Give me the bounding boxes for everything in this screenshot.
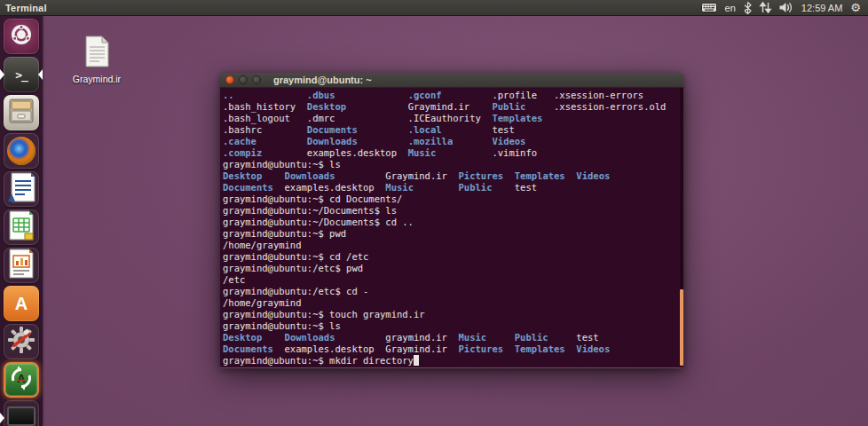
terminal-line: .bash_logout .dmrc .ICEauthority Templat… xyxy=(223,113,683,124)
terminal-line: Desktop Downloads graymind.ir Music Publ… xyxy=(223,332,683,343)
terminal-line: graymind@ubuntu:~$ ls xyxy=(223,320,683,332)
terminal-line: graymind@ubuntu:~$ cd /etc xyxy=(223,251,683,263)
software-center-icon: A xyxy=(15,294,28,314)
keyboard-layout-label[interactable]: en xyxy=(725,3,736,13)
launcher-item-dash-home[interactable] xyxy=(4,19,39,54)
text-file-icon xyxy=(83,55,110,70)
terminal-scrollbar-thumb[interactable] xyxy=(680,289,683,367)
terminal-line: Desktop Downloads Graymind.ir Pictures T… xyxy=(223,170,683,182)
terminal-body[interactable]: .. .dbus .gconf .profile .xsession-error… xyxy=(220,88,683,367)
terminal-line: Documents examples.desktop Graymind.ir P… xyxy=(223,343,683,355)
session-gear-icon[interactable]: ⚙ xyxy=(850,2,861,13)
launcher-item-libreoffice-calc[interactable] xyxy=(4,209,39,245)
terminal-line: /etc xyxy=(223,274,683,286)
close-button[interactable] xyxy=(225,75,234,84)
launcher-item-terminal[interactable]: >_ xyxy=(4,57,39,92)
focused-indicator-arrow xyxy=(38,69,43,80)
terminal-titlebar[interactable]: graymind@ubuntu: ~ xyxy=(220,73,683,88)
terminal-line: .cache Downloads .mozilla Videos xyxy=(223,136,683,147)
terminal-line: graymind@ubuntu:/etc$ pwd xyxy=(223,263,683,274)
running-indicator-arrow xyxy=(0,69,4,80)
terminal-prompt-icon: >_ xyxy=(15,68,28,82)
launcher-item-libreoffice-impress[interactable] xyxy=(4,248,39,283)
launcher-item-software-center[interactable]: A xyxy=(4,286,39,321)
volume-icon[interactable] xyxy=(779,2,793,13)
launcher-item-libreoffice-writer[interactable] xyxy=(4,171,39,207)
terminal-line: .bashrc Documents .local test xyxy=(223,124,683,136)
firefox-icon xyxy=(7,137,36,165)
launcher-item-workspace-display[interactable] xyxy=(4,400,39,426)
terminal-line: graymind@ubuntu:~$ ls xyxy=(223,159,683,170)
terminal-scrollbar[interactable] xyxy=(680,88,683,367)
update-arrows-icon: A xyxy=(8,365,35,395)
ubuntu-desktop: Terminal en xyxy=(0,0,868,426)
terminal-line: graymind@ubuntu:~$ cd Documents/ xyxy=(223,193,683,205)
clock-label[interactable]: 12:59 AM xyxy=(801,3,842,13)
network-updown-icon[interactable] xyxy=(760,2,771,13)
writer-document-icon xyxy=(7,172,36,206)
terminal-line: .bash_history Desktop Graymind.ir Public… xyxy=(223,101,683,113)
terminal-line: Documents examples.desktop Music Public … xyxy=(223,182,683,193)
top-panel: Terminal en xyxy=(0,0,868,16)
maximize-button[interactable] xyxy=(252,75,261,84)
terminal-line: graymind@ubuntu:~/Documents$ ls xyxy=(223,205,683,217)
running-indicator-arrow xyxy=(0,413,4,423)
launcher-item-file-manager[interactable] xyxy=(4,95,39,130)
calc-spreadsheet-icon xyxy=(7,210,36,244)
window-title: graymind@ubuntu: ~ xyxy=(273,75,372,85)
terminal-line: graymind@ubuntu:/etc$ cd - xyxy=(223,286,683,297)
terminal-line: .compiz examples.desktop Music .viminfo xyxy=(223,147,683,159)
file-cabinet-icon xyxy=(8,98,35,128)
terminal-output: .. .dbus .gconf .profile .xsession-error… xyxy=(223,90,683,367)
minimize-button[interactable] xyxy=(239,75,248,84)
gear-wrench-icon xyxy=(7,326,36,358)
svg-text:A: A xyxy=(17,372,26,385)
launcher-item-firefox[interactable] xyxy=(4,133,39,169)
keyboard-indicator-icon[interactable] xyxy=(701,3,717,12)
launcher-item-system-settings[interactable] xyxy=(4,324,39,359)
unity-launcher: >_ xyxy=(0,16,43,426)
desktop-file-label: Graymind.ir xyxy=(67,74,126,84)
terminal-line: graymind@ubuntu:~/Documents$ cd .. xyxy=(223,217,683,228)
desktop-file-graymind[interactable]: Graymind.ir xyxy=(67,36,126,84)
ubuntu-logo-icon xyxy=(10,23,33,50)
terminal-window: graymind@ubuntu: ~ .. .dbus .gconf .prof… xyxy=(220,73,683,368)
terminal-line: /home/graymind xyxy=(223,240,683,251)
terminal-line: graymind@ubuntu:~$ touch graymind.ir xyxy=(223,309,683,320)
launcher-item-software-updater[interactable]: A xyxy=(4,362,39,398)
terminal-line: graymind@ubuntu:~$ mkdir directory xyxy=(223,355,683,367)
system-tray: en 12:59 AM ⚙ xyxy=(701,2,861,14)
terminal-line: /home/graymind xyxy=(223,297,683,309)
terminal-line: graymind@ubuntu:~$ pwd xyxy=(223,228,683,240)
impress-presentation-icon xyxy=(7,248,36,282)
bluetooth-icon[interactable] xyxy=(744,2,752,14)
terminal-line: .. .dbus .gconf .profile .xsession-error… xyxy=(223,90,683,101)
active-app-menu-label[interactable]: Terminal xyxy=(5,3,47,13)
display-monitor-icon xyxy=(7,406,36,426)
